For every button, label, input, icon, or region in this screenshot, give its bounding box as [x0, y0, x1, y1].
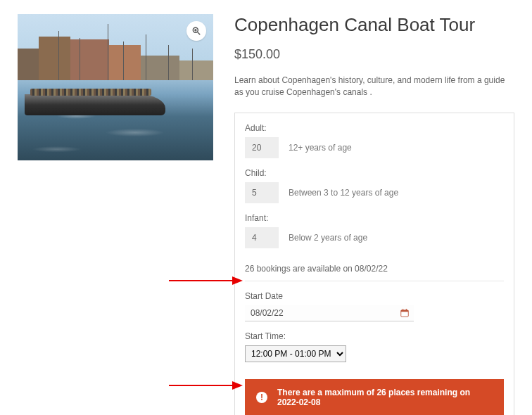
- adult-input[interactable]: [245, 137, 279, 158]
- product-title: Copenhagen Canal Boat Tour: [234, 14, 514, 36]
- svg-rect-5: [401, 310, 409, 312]
- alert-icon: !: [256, 392, 267, 403]
- svg-rect-6: [403, 309, 403, 311]
- child-label: Child:: [245, 168, 504, 178]
- svg-line-1: [198, 32, 201, 35]
- infant-input[interactable]: [245, 227, 279, 248]
- product-description: Learn about Copenhagen's history, cultur…: [234, 75, 514, 98]
- availability-text: 26 bookings are available on 08/02/22: [245, 258, 504, 281]
- start-time-label: Start Time:: [245, 331, 504, 341]
- child-hint: Between 3 to 12 years of age: [289, 188, 398, 198]
- calendar-icon[interactable]: [400, 308, 410, 318]
- child-input[interactable]: [245, 182, 279, 203]
- adult-label: Adult:: [245, 123, 504, 133]
- infant-label: Infant:: [245, 213, 504, 223]
- svg-rect-7: [406, 309, 407, 311]
- adult-hint: 12+ years of age: [289, 143, 352, 153]
- start-time-select[interactable]: 12:00 PM - 01:00 PM: [245, 345, 346, 362]
- alert-banner: ! There are a maximum of 26 places remai…: [245, 379, 504, 415]
- start-date-label: Start Date: [245, 291, 504, 301]
- product-image[interactable]: [18, 14, 213, 160]
- infant-hint: Below 2 years of age: [289, 233, 367, 243]
- zoom-icon[interactable]: [186, 21, 206, 41]
- product-price: $150.00: [234, 47, 514, 62]
- booking-form: Adult: 12+ years of age Child: Between 3…: [234, 113, 514, 415]
- alert-text: There are a maximum of 26 places remaini…: [277, 388, 493, 407]
- start-date-input[interactable]: [251, 308, 400, 318]
